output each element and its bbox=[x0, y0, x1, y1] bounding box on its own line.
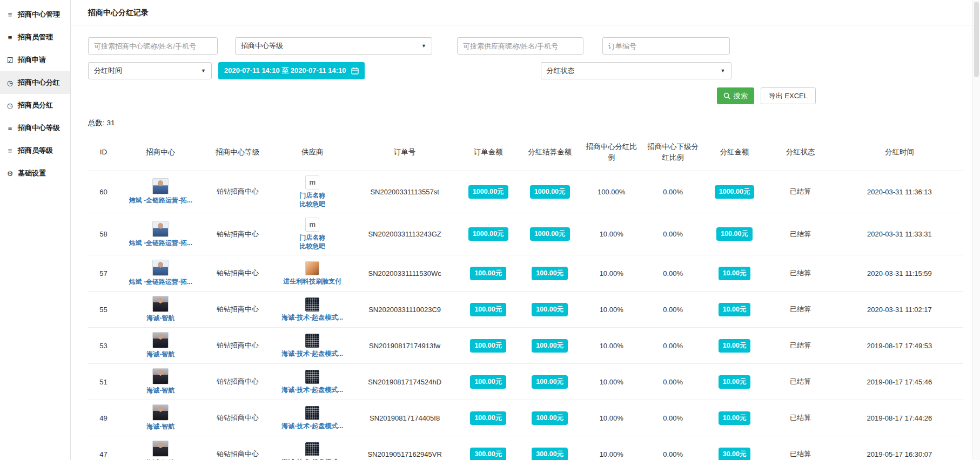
dividend-amount-badge: 10.00元 bbox=[719, 411, 751, 425]
cell-center: 海诚-智航 bbox=[119, 328, 203, 364]
chevron-down-icon: ▼ bbox=[721, 68, 726, 73]
center-link[interactable]: 海诚-智航 bbox=[146, 314, 174, 323]
center-link[interactable]: 炜斌 -全链路运营-拓... bbox=[129, 196, 192, 205]
center-level-select[interactable]: 招商中心等级 ▼ bbox=[235, 37, 432, 55]
scrollbar-thumb[interactable] bbox=[974, 2, 979, 77]
order-no-input[interactable] bbox=[602, 37, 730, 55]
settle-amount-badge: 100.00元 bbox=[532, 375, 568, 389]
order-amount-badge: 100.00元 bbox=[470, 375, 506, 389]
page-title: 招商中心分红记录 bbox=[71, 0, 980, 25]
cell-settle-amount: 1000.00元 bbox=[519, 213, 581, 255]
center-link[interactable]: 炜斌 -全链路运营-拓... bbox=[129, 239, 192, 248]
sidebar-item[interactable]: ☑招商申请 bbox=[0, 49, 70, 71]
filter-row-1: 招商中心等级 ▼ bbox=[88, 37, 980, 55]
center-link[interactable]: 海诚-智航 bbox=[146, 422, 174, 431]
cell-order-amount: 1000.00元 bbox=[458, 171, 519, 213]
sidebar-item[interactable]: ≡招商员等级 bbox=[0, 139, 70, 162]
sidebar-item[interactable]: ≡招商中心管理 bbox=[0, 3, 70, 26]
supplier-logo bbox=[305, 261, 319, 275]
column-header: 招商中心等级 bbox=[203, 134, 273, 171]
cell-order-amount: 100.00元 bbox=[458, 364, 519, 400]
date-range-value: 2020-07-11 14:10 至 2020-07-11 14:10 bbox=[224, 66, 346, 76]
check-icon: ☑ bbox=[6, 56, 14, 64]
table-row: 49 海诚-智航 铂钻招商中心 海诚-技术-起盘模式... SN20190817… bbox=[88, 400, 963, 436]
supplier-search-input[interactable] bbox=[457, 37, 583, 55]
cell-dividend-amount: 10.00元 bbox=[704, 400, 766, 436]
center-avatar bbox=[152, 441, 169, 457]
sidebar: ≡招商中心管理≡招商员管理☑招商申请◷招商中心分红◷招商员分红≡招商中心等级≡招… bbox=[0, 0, 71, 460]
calendar-icon bbox=[351, 67, 359, 75]
clock-icon: ◷ bbox=[6, 102, 14, 110]
list-icon: ≡ bbox=[6, 33, 14, 42]
export-excel-button[interactable]: 导出 EXCEL bbox=[761, 87, 816, 104]
sidebar-item-label: 招商中心分红 bbox=[18, 78, 60, 87]
dividend-status-select-value: 分红状态 bbox=[547, 66, 575, 76]
center-level-select-value: 招商中心等级 bbox=[241, 41, 283, 51]
supplier-link[interactable]: 进生利科技刷脸支付 bbox=[283, 277, 341, 286]
cell-center-level: 铂钻招商中心 bbox=[203, 436, 273, 460]
column-header: 分红状态 bbox=[766, 134, 836, 171]
sidebar-item-label: 招商中心管理 bbox=[18, 10, 60, 19]
sidebar-item[interactable]: ◷招商员分红 bbox=[0, 94, 70, 117]
dividend-amount-badge: 30.00元 bbox=[719, 448, 751, 460]
sidebar-item[interactable]: ◷招商中心分红 bbox=[0, 71, 70, 94]
cell-time: 2019-08-17 17:44:26 bbox=[836, 400, 963, 436]
center-link[interactable]: 炜斌 -全链路运营-拓... bbox=[129, 278, 192, 287]
dividend-time-select[interactable]: 分红时间 ▼ bbox=[88, 62, 212, 79]
cell-order-no: SN20200331111530Wc bbox=[352, 255, 457, 292]
cell-center: 海诚-智航 bbox=[119, 292, 203, 328]
cell-supplier: m 门店名称 比较急吧 bbox=[273, 213, 352, 255]
cell-id: 53 bbox=[88, 328, 119, 364]
cell-center-ratio: 10.00% bbox=[581, 364, 642, 400]
filter-row-2: 分红时间 ▼ 2020-07-11 14:10 至 2020-07-11 14:… bbox=[88, 62, 980, 79]
cell-sub-ratio: 0.00% bbox=[642, 213, 704, 255]
dividend-status-select[interactable]: 分红状态 ▼ bbox=[541, 62, 731, 79]
cell-order-no: SN20200331113243GZ bbox=[352, 213, 457, 255]
table-body: 60 炜斌 -全链路运营-拓... 铂钻招商中心 m 门店名称 比较急吧 SN2… bbox=[88, 171, 963, 460]
search-button[interactable]: 搜索 bbox=[717, 87, 754, 104]
dividend-table: ID招商中心招商中心等级供应商订单号订单金额分红结算金额招商中心分红比例招商中心… bbox=[88, 134, 963, 460]
cell-order-amount: 100.00元 bbox=[458, 255, 519, 292]
total-count-label: 总数: bbox=[88, 119, 105, 127]
supplier-link[interactable]: 海诚-技术-起盘模式... bbox=[281, 458, 343, 460]
cell-center-level: 铂钻招商中心 bbox=[203, 400, 273, 436]
sidebar-item[interactable]: ⚙基础设置 bbox=[0, 162, 70, 185]
cell-time: 2019-08-17 17:49:53 bbox=[836, 328, 963, 364]
cell-status: 已结算 bbox=[766, 328, 836, 364]
cell-sub-ratio: 0.00% bbox=[642, 255, 704, 292]
cell-dividend-amount: 10.00元 bbox=[704, 255, 766, 292]
supplier-link[interactable]: 海诚-技术-起盘模式... bbox=[281, 422, 343, 430]
date-range-button[interactable]: 2020-07-11 14:10 至 2020-07-11 14:10 bbox=[218, 62, 365, 79]
cell-sub-ratio: 0.00% bbox=[642, 328, 704, 364]
cell-center: 海诚-智航 bbox=[119, 364, 203, 400]
cell-center-ratio: 10.00% bbox=[581, 292, 642, 328]
supplier-logo: m bbox=[305, 218, 319, 232]
cell-center: 炜斌 -全链路运营-拓... bbox=[119, 171, 203, 213]
column-header: 招商中心分红比例 bbox=[581, 134, 642, 171]
supplier-link[interactable]: 海诚-技术-起盘模式... bbox=[281, 349, 343, 358]
supplier-link[interactable]: 门店名称 比较急吧 bbox=[299, 233, 325, 251]
sidebar-item-label: 招商员分红 bbox=[18, 100, 53, 110]
table-row: 60 炜斌 -全链路运营-拓... 铂钻招商中心 m 门店名称 比较急吧 SN2… bbox=[88, 171, 963, 213]
cell-order-no: SN20200331113557st bbox=[352, 171, 457, 213]
cell-time: 2020-03-31 11:33:31 bbox=[836, 213, 963, 255]
order-amount-badge: 1000.00元 bbox=[468, 227, 508, 241]
dividend-amount-badge: 10.00元 bbox=[719, 303, 751, 316]
cell-settle-amount: 1000.00元 bbox=[519, 171, 581, 213]
center-link[interactable]: 海诚-智航 bbox=[146, 386, 174, 395]
sidebar-item[interactable]: ≡招商员管理 bbox=[0, 26, 70, 49]
center-search-input[interactable] bbox=[88, 37, 218, 55]
sidebar-item[interactable]: ≡招商中心等级 bbox=[0, 117, 70, 139]
list-icon: ≡ bbox=[6, 11, 14, 19]
cell-supplier: 海诚-技术-起盘模式... bbox=[273, 364, 352, 400]
table-row: 55 海诚-智航 铂钻招商中心 海诚-技术-起盘模式... SN20200331… bbox=[88, 292, 963, 328]
supplier-link[interactable]: 海诚-技术-起盘模式... bbox=[281, 385, 343, 394]
supplier-link[interactable]: 门店名称 比较急吧 bbox=[299, 191, 325, 208]
scrollbar[interactable] bbox=[972, 0, 980, 460]
cell-status: 已结算 bbox=[766, 292, 836, 328]
column-header: 订单号 bbox=[352, 134, 457, 171]
supplier-link[interactable]: 海诚-技术-起盘模式... bbox=[281, 313, 343, 322]
cell-order-no: SN20190817174524hD bbox=[352, 364, 457, 400]
center-link[interactable]: 海诚-智航 bbox=[146, 350, 174, 359]
cell-order-amount: 300.00元 bbox=[458, 436, 519, 460]
